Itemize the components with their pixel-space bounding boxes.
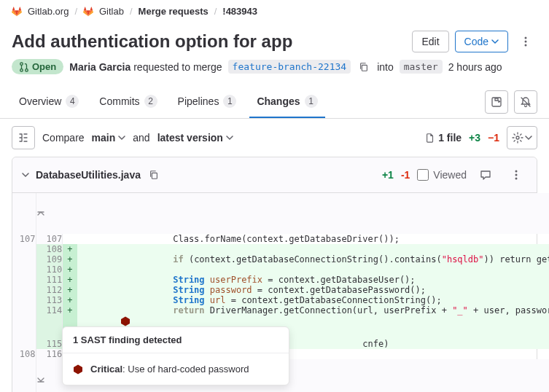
tab-label: Pipelines — [178, 95, 219, 107]
author-name[interactable]: Maria Garcia — [69, 61, 131, 73]
file-tree-toggle[interactable] — [12, 126, 35, 149]
svg-marker-13 — [121, 317, 130, 326]
copy-icon — [359, 62, 369, 72]
svg-point-12 — [515, 178, 518, 180]
diff-line: 111+ String userPrefix = context.getData… — [12, 275, 549, 285]
code-content: Class.forName(context.getDatabaseDriver(… — [131, 234, 549, 244]
svg-marker-14 — [74, 364, 82, 374]
code-content — [131, 264, 549, 275]
svg-point-1 — [525, 41, 527, 43]
summary-removed: −1 — [488, 132, 499, 144]
viewed-checkbox[interactable]: Viewed — [417, 169, 467, 181]
tab-changes[interactable]: Changes 1 — [249, 86, 324, 118]
diff-settings-button[interactable] — [507, 126, 537, 149]
tab-label: Overview — [19, 95, 61, 107]
svg-point-11 — [515, 174, 518, 176]
svg-point-5 — [26, 68, 28, 71]
file-removed: -1 — [401, 169, 410, 181]
expand-icon — [491, 96, 502, 108]
time-ago: 2 hours ago — [448, 61, 502, 73]
compare-base: main — [92, 132, 116, 144]
tab-label: Commits — [99, 95, 139, 107]
chevron-down-icon — [491, 38, 499, 45]
breadcrumb-mr-id: !483943 — [222, 6, 257, 17]
bell-slash-icon — [520, 96, 532, 108]
status-badge: Open — [12, 59, 63, 74]
tab-label: Changes — [257, 95, 300, 107]
breadcrumb: Gitlab.org / Gitlab / Merge requests / !… — [0, 0, 549, 23]
source-branch[interactable]: feature-branch-22134 — [228, 60, 351, 74]
kebab-icon — [520, 36, 532, 47]
compare-version: latest version — [157, 132, 223, 144]
gitlab-icon — [83, 7, 93, 17]
svg-point-2 — [525, 44, 527, 47]
breadcrumb-sep: / — [214, 6, 217, 17]
file-count-text: 1 file — [438, 132, 462, 144]
copy-path-button[interactable] — [147, 168, 161, 182]
code-button-label: Code — [464, 36, 488, 47]
tab-count: 2 — [144, 95, 157, 108]
file-name[interactable]: DatabaseUtilities.java — [36, 169, 141, 181]
expand-up-row[interactable] — [12, 193, 549, 234]
sast-issue-marker[interactable] — [120, 316, 131, 326]
tab-commits[interactable]: Commits 2 — [92, 86, 164, 118]
kebab-icon — [510, 169, 522, 181]
diff-line: 113+ String url = context.getDatabaseCon… — [12, 295, 549, 305]
tab-count: 1 — [305, 95, 318, 108]
status-text: Open — [32, 61, 56, 72]
compare-version-selector[interactable]: latest version — [157, 132, 233, 144]
breadcrumb-section[interactable]: Merge requests — [139, 6, 209, 17]
document-icon — [425, 133, 435, 143]
kebab-menu-button[interactable] — [514, 30, 537, 53]
gear-icon — [512, 132, 523, 144]
code-button[interactable]: Code — [455, 31, 508, 52]
tab-overview[interactable]: Overview 4 — [12, 86, 86, 118]
viewed-checkbox-input[interactable] — [417, 169, 429, 181]
breadcrumb-group[interactable]: Gitlab.org — [28, 6, 69, 17]
expand-button[interactable] — [485, 90, 508, 114]
gitlab-icon — [12, 7, 22, 17]
comment-icon — [480, 169, 491, 181]
page-title: Add authentication option for app — [12, 31, 292, 52]
merge-request-icon — [19, 62, 29, 72]
compare-and: and — [133, 132, 149, 144]
breadcrumb-project[interactable]: Gitlab — [99, 6, 124, 17]
request-text: requested to merge — [133, 61, 222, 73]
chevron-down-icon — [118, 134, 125, 141]
svg-point-10 — [515, 170, 518, 173]
comment-button[interactable] — [474, 163, 497, 187]
sast-popover: 1 SAST finding detected Critical: Use of… — [62, 326, 289, 385]
expand-up-icon — [36, 209, 45, 218]
svg-rect-9 — [152, 173, 157, 179]
breadcrumb-sep: / — [130, 6, 133, 17]
hexagon-critical-icon — [120, 316, 131, 326]
svg-rect-6 — [362, 65, 367, 71]
viewed-label: Viewed — [433, 169, 467, 181]
sast-severity: Critical — [90, 364, 122, 375]
summary-added: +3 — [469, 132, 480, 144]
svg-point-8 — [516, 136, 519, 139]
edit-button[interactable]: Edit — [412, 31, 448, 52]
chevron-down-icon — [226, 134, 233, 141]
expand-down-icon — [36, 375, 45, 384]
file-added: +1 — [382, 169, 394, 181]
diff-line: 110+ — [12, 264, 549, 275]
file-kebab-button[interactable] — [505, 163, 528, 187]
diff-line: 107107 Class.forName(context.getDatabase… — [12, 234, 549, 244]
breadcrumb-sep: / — [74, 6, 77, 17]
sast-popover-heading: 1 SAST finding detected — [63, 327, 289, 353]
hexagon-critical-icon — [73, 364, 83, 375]
svg-point-3 — [20, 62, 23, 65]
copy-branch-button[interactable] — [357, 60, 371, 74]
tab-pipelines[interactable]: Pipelines 1 — [171, 86, 244, 118]
target-branch[interactable]: master — [400, 60, 443, 74]
chevron-down-icon[interactable] — [21, 170, 30, 179]
tab-count: 1 — [223, 95, 236, 108]
diff-line: 109+ if (context.getDatabaseConnectionSt… — [12, 254, 549, 264]
svg-point-0 — [525, 37, 527, 39]
notifications-off-button[interactable] — [514, 90, 537, 114]
compare-base-selector[interactable]: main — [92, 132, 126, 144]
file-count: 1 file — [425, 132, 462, 144]
tab-count: 4 — [66, 95, 79, 108]
sast-message: : Use of hard-coded password — [122, 364, 249, 375]
